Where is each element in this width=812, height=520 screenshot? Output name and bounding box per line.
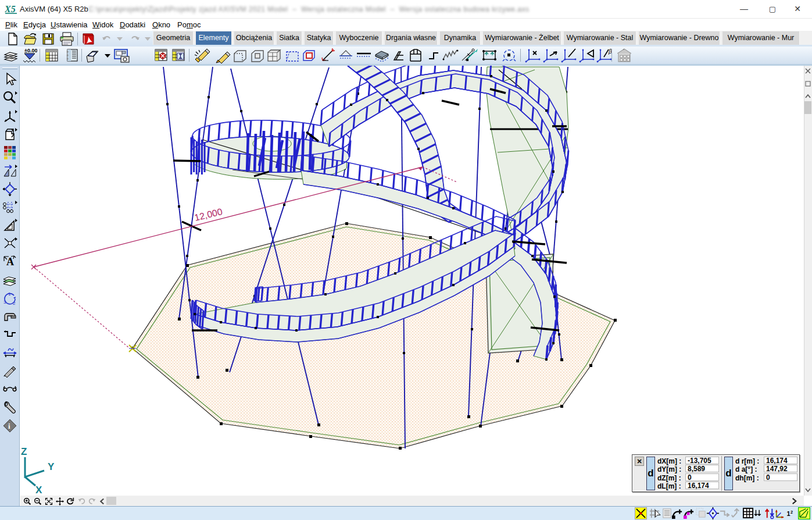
svg-text:Y: Y — [48, 461, 55, 472]
svg-text:i: i — [8, 422, 10, 430]
svg-text:1: 1 — [786, 510, 790, 517]
svg-text:1: 1 — [8, 291, 11, 297]
svg-text:A: A — [6, 256, 14, 268]
svg-text:2: 2 — [13, 301, 16, 306]
svg-text:2: 2 — [790, 510, 793, 515]
svg-text:3: 3 — [3, 300, 6, 305]
svg-text:X: X — [35, 485, 42, 494]
svg-text:X5: X5 — [5, 4, 16, 14]
svg-text:±0.00: ±0.00 — [24, 48, 37, 54]
svg-text:Z: Z — [21, 446, 27, 457]
